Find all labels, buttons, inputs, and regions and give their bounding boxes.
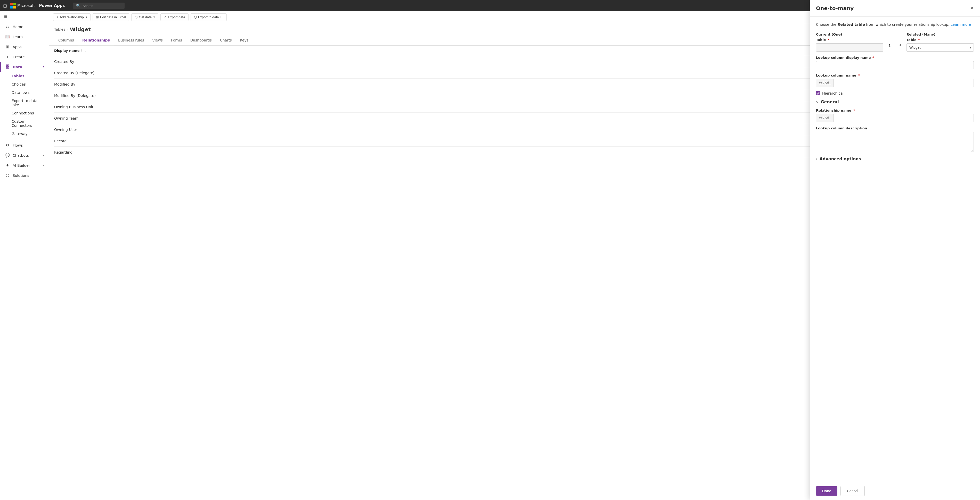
sidebar-subitem-label: Tables (12, 74, 24, 78)
learn-icon: 📖 (5, 34, 10, 39)
hierarchical-label: Hierarchical (822, 91, 843, 95)
breadcrumb-separator: › (67, 27, 68, 32)
sidebar-item-learn[interactable]: 📖 Learn (0, 32, 49, 42)
sidebar-toggle[interactable]: ☰ (0, 11, 49, 22)
get-data-button[interactable]: ⬡ Get data ▾ (131, 13, 158, 21)
breadcrumb-current-page: Widget (70, 26, 91, 32)
sidebar-subitem-label: Custom Connectors (12, 119, 32, 128)
sidebar: ☰ ⌂ Home 📖 Learn ⊞ Apps + Create 🗄 Data … (0, 11, 49, 500)
table-label-related: Table * (907, 38, 974, 42)
tab-business-rules[interactable]: Business rules (114, 36, 148, 45)
sidebar-subitem-gateways[interactable]: Gateways (0, 130, 49, 138)
tab-relationships[interactable]: Relationships (78, 36, 114, 45)
current-one-label: Current (One) (816, 32, 883, 37)
sidebar-item-apps[interactable]: ⊞ Apps (0, 42, 49, 52)
one-to-many-panel: One-to-many ✕ Choose the Related table f… (810, 11, 980, 500)
related-many-label: Related (Many) (907, 32, 974, 37)
row-display-name: Modified By (Delegate) (54, 94, 915, 98)
export-to-data-button[interactable]: ⬡ Export to data l... (191, 13, 227, 21)
add-relationship-button[interactable]: + Add relationship ▾ (53, 13, 91, 21)
data-icon: 🗄 (5, 64, 10, 69)
sidebar-item-label: Data (13, 65, 22, 69)
tab-keys[interactable]: Keys (236, 36, 253, 45)
relationship-name-input-group: cr25d_ Widget_cr25d_Widget_cr25d_Widget (816, 114, 974, 122)
advanced-options-label: Advanced options (819, 156, 861, 161)
panel-body: Choose the Related table from which to c… (810, 17, 980, 482)
sidebar-item-label: Flows (13, 143, 23, 148)
sidebar-subitem-export-lake[interactable]: Export to data lake (0, 97, 49, 109)
ai-icon: ✦ (5, 163, 10, 168)
sidebar-item-create[interactable]: + Create (0, 52, 49, 62)
tab-dashboards[interactable]: Dashboards (186, 36, 216, 45)
grid-icon[interactable]: ⊞ (3, 3, 7, 8)
sidebar-item-solutions[interactable]: ⬡ Solutions (0, 170, 49, 180)
row-display-name: Owning Business Unit (54, 105, 915, 109)
required-asterisk: * (827, 38, 829, 42)
row-display-name: Created By (54, 60, 915, 63)
sidebar-item-ai-builder[interactable]: ✦ AI Builder ∨ (0, 160, 49, 170)
relation-connector: 1 — * (888, 32, 901, 52)
related-table-select-wrapper: Widget (907, 43, 974, 52)
breadcrumb-tables-link[interactable]: Tables (54, 27, 65, 32)
sort-asc-icon[interactable]: ↑ (81, 49, 83, 52)
tab-columns[interactable]: Columns (54, 36, 78, 45)
col-header-display-name: Display name ↑ ⌄ (54, 49, 923, 52)
required-asterisk: * (858, 73, 859, 77)
learn-more-link[interactable]: Learn more (951, 22, 971, 27)
related-table-select[interactable]: Widget (907, 43, 974, 52)
sidebar-item-label: Learn (13, 35, 23, 39)
sidebar-subitem-label: Gateways (12, 132, 29, 136)
sidebar-subitem-connections[interactable]: Connections (0, 109, 49, 117)
topbar-logo: Microsoft (10, 3, 35, 8)
lookup-desc-textarea[interactable] (816, 132, 974, 152)
cancel-button[interactable]: Cancel (840, 486, 865, 496)
home-icon: ⌂ (5, 24, 10, 29)
sidebar-item-data[interactable]: 🗄 Data ∧ (0, 62, 49, 72)
sidebar-item-label: Solutions (13, 173, 29, 178)
apps-icon: ⊞ (5, 44, 10, 49)
export-data-button[interactable]: ↗ Export data (161, 13, 189, 21)
sidebar-subitem-label: Export to data lake (12, 99, 37, 107)
done-button[interactable]: Done (816, 486, 837, 495)
tab-views[interactable]: Views (148, 36, 167, 45)
sidebar-subitem-tables[interactable]: Tables (0, 72, 49, 80)
required-asterisk: * (918, 38, 920, 42)
sidebar-subitem-dataflows[interactable]: Dataflows (0, 88, 49, 97)
sidebar-divider (0, 139, 49, 139)
edit-data-button[interactable]: ⊞ Edit data in Excel (92, 13, 129, 21)
panel-header: One-to-many ✕ (810, 11, 980, 17)
flows-icon: ↻ (5, 143, 10, 148)
filter-icon[interactable]: ⌄ (84, 49, 86, 52)
sidebar-item-home[interactable]: ⌂ Home (0, 22, 49, 32)
sidebar-item-flows[interactable]: ↻ Flows (0, 140, 49, 150)
hierarchical-checkbox[interactable] (816, 91, 820, 95)
row-display-name: Owning User (54, 128, 915, 132)
ms-logo-icon (10, 3, 16, 8)
export2-icon: ⬡ (194, 15, 197, 19)
lookup-name-input[interactable]: Widget (834, 79, 974, 87)
search-bar[interactable]: 🔍 (73, 3, 124, 9)
lookup-display-input[interactable]: Widget (816, 61, 974, 69)
search-input[interactable] (83, 4, 121, 8)
current-table-input: Widget (816, 43, 883, 52)
sidebar-subitem-custom-connectors[interactable]: Custom Connectors (0, 117, 49, 130)
panel-footer: Done Cancel (810, 482, 980, 500)
chevron-right-icon: › (816, 157, 818, 161)
general-section-toggle[interactable]: ∨ General (816, 100, 974, 105)
tab-forms[interactable]: Forms (167, 36, 186, 45)
sidebar-item-label: Apps (13, 45, 22, 49)
dropdown-arrow-icon: ▾ (86, 16, 87, 19)
sidebar-subitem-choices[interactable]: Choices (0, 80, 49, 88)
lookup-desc-label: Lookup column description (816, 126, 974, 130)
sidebar-item-label: Create (13, 55, 25, 59)
sidebar-item-chatbots[interactable]: 💬 Chatbots ∨ (0, 150, 49, 160)
tab-charts[interactable]: Charts (216, 36, 236, 45)
advanced-options-toggle[interactable]: › Advanced options (816, 156, 974, 161)
lookup-display-label: Lookup column display name * (816, 56, 974, 60)
edit-icon: ⊞ (96, 15, 99, 19)
relationship-name-prefix: cr25d_ (816, 114, 834, 122)
relationship-name-input[interactable]: Widget_cr25d_Widget_cr25d_Widget (834, 114, 974, 122)
hamburger-icon: ☰ (4, 14, 8, 19)
lookup-name-label: Lookup column name * (816, 73, 974, 77)
company-name: Microsoft (17, 3, 35, 8)
